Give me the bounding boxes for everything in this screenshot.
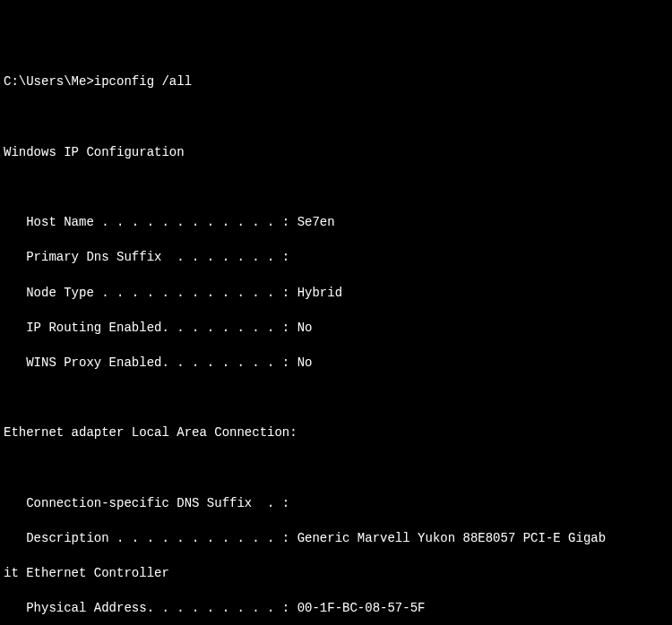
row-host-name: Host Name . . . . . . . . . . . . : Se7e… <box>4 214 672 232</box>
label: Host Name . . . . . . . . . . . . : <box>4 215 297 229</box>
value: No <box>297 355 313 370</box>
label: WINS Proxy Enabled. . . . . . . . : <box>4 355 297 370</box>
label: Primary Dns Suffix . . . . . . . : <box>4 250 289 264</box>
value: Hybrid <box>297 286 342 300</box>
row-node-type: Node Type . . . . . . . . . . . . : Hybr… <box>4 285 672 303</box>
label: Physical Address. . . . . . . . . : <box>4 601 297 615</box>
row-physical-address: Physical Address. . . . . . . . . : 00-1… <box>4 600 672 618</box>
row-primary-dns: Primary Dns Suffix . . . . . . . : <box>4 249 672 267</box>
prompt-line: C:\Users\Me>ipconfig /all <box>4 73 672 91</box>
section-header-winip: Windows IP Configuration <box>4 144 672 162</box>
value: 00-1F-BC-08-57-5F <box>297 601 426 615</box>
terminal-output: C:\Users\Me>ipconfig /all Windows IP Con… <box>4 73 672 625</box>
section-header-ethernet: Ethernet adapter Local Area Connection: <box>4 424 672 442</box>
row-wins-proxy: WINS Proxy Enabled. . . . . . . . : No <box>4 355 672 372</box>
value: No <box>297 321 313 335</box>
label: Description . . . . . . . . . . . : <box>4 531 297 545</box>
label: Node Type . . . . . . . . . . . . : <box>4 286 297 300</box>
row-description: Description . . . . . . . . . . . : Gene… <box>4 530 672 548</box>
row-description-wrap: it Ethernet Controller <box>4 565 672 583</box>
value: Generic Marvell Yukon 88E8057 PCI-E Giga… <box>297 531 606 545</box>
value: Se7en <box>297 215 335 229</box>
row-dns-suffix: Connection-specific DNS Suffix . : <box>4 495 672 513</box>
label: Connection-specific DNS Suffix . : <box>4 496 289 510</box>
row-ip-routing: IP Routing Enabled. . . . . . . . : No <box>4 320 672 338</box>
label: IP Routing Enabled. . . . . . . . : <box>4 321 297 335</box>
